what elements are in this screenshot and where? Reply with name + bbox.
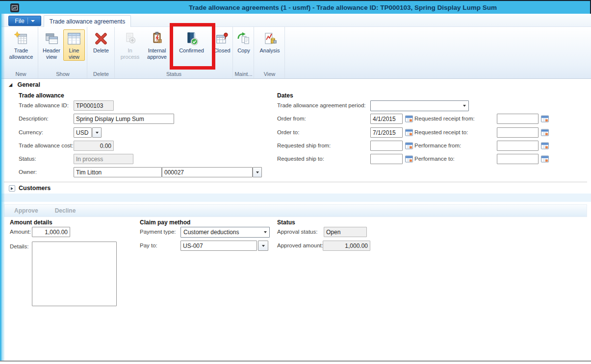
general-section-label: General	[17, 81, 40, 88]
payment-type-combo[interactable]: Customer deductions	[180, 227, 270, 238]
closed-icon	[214, 31, 230, 47]
performance-to-calendar-icon[interactable]	[541, 155, 549, 163]
details-textarea[interactable]	[32, 242, 117, 306]
order-to-calendar-icon[interactable]	[405, 129, 413, 136]
analysis-button[interactable]: Analysis	[258, 29, 281, 54]
currency-label: Currency:	[19, 129, 43, 135]
closed-button-label: Closed	[213, 48, 230, 54]
pay-to-field[interactable]	[180, 241, 257, 251]
currency-field[interactable]	[74, 127, 92, 138]
approve-button[interactable]: Approve	[14, 207, 38, 214]
trade-allowance-button-label: Trade allowance	[9, 48, 33, 60]
header-view-icon	[44, 31, 59, 47]
window-bottom-border	[0, 361, 591, 362]
window-left-border	[0, 14, 5, 361]
analysis-icon	[262, 31, 278, 47]
customers-section-band	[0, 194, 591, 202]
amount-label: Amount:	[10, 229, 31, 235]
file-menu-divider	[27, 18, 28, 24]
copy-button[interactable]: Copy	[235, 29, 253, 54]
approved-amount-field	[323, 241, 370, 251]
header-view-button-label: Header view	[41, 48, 62, 60]
requested-receipt-from-field[interactable]	[497, 114, 539, 124]
details-label: Details:	[10, 243, 28, 249]
internal-approve-button-label: Internal approve	[144, 48, 170, 60]
description-label: Description:	[19, 116, 49, 121]
performance-to-label: Performance to:	[414, 156, 455, 162]
order-to-field[interactable]	[370, 127, 403, 138]
performance-to-field[interactable]	[497, 154, 539, 164]
pay-to-dropdown-button[interactable]	[258, 241, 268, 251]
ribbon-group-new: Trade allowance New	[4, 27, 38, 78]
requested-ship-to-field[interactable]	[370, 154, 403, 164]
trade-allowance-cost-field	[74, 141, 114, 151]
description-field[interactable]	[74, 114, 174, 124]
owner-name-field[interactable]	[74, 167, 162, 177]
chevron-down-icon	[262, 245, 265, 247]
delete-button[interactable]: Delete	[90, 29, 112, 54]
pay-to-label: Pay to:	[140, 243, 157, 248]
ribbon-group-view-label: View	[255, 71, 284, 77]
chevron-down-icon	[96, 132, 99, 134]
in-process-button-label: In process	[119, 48, 141, 60]
order-from-label: Order from:	[277, 116, 306, 121]
ribbon-group-maintain-label: Maint...	[233, 71, 254, 77]
section-collapsed-icon[interactable]	[9, 185, 15, 192]
tab-trade-allowance-agreements[interactable]: Trade allowance agreements	[44, 15, 131, 27]
requested-ship-from-field[interactable]	[370, 141, 403, 151]
amount-details-heading: Amount details	[10, 219, 52, 226]
requested-ship-from-label: Requested ship from:	[277, 143, 331, 148]
general-section-header[interactable]: ◢ General	[9, 81, 40, 88]
file-menu-button[interactable]: File	[8, 16, 41, 26]
owner-code-field[interactable]	[162, 167, 253, 177]
requested-ship-from-calendar-icon[interactable]	[405, 142, 413, 149]
copy-button-label: Copy	[237, 48, 250, 54]
ribbon-group-delete: Delete Delete	[88, 27, 115, 78]
owner-label: Owner:	[19, 169, 37, 175]
ribbon-group-delete-label: Delete	[88, 71, 114, 77]
app-icon	[10, 3, 19, 12]
requested-receipt-to-label: Requested receipt to:	[414, 129, 468, 135]
section-divider	[4, 182, 587, 182]
requested-ship-to-calendar-icon[interactable]	[405, 155, 413, 163]
confirmed-highlight-annotation	[170, 23, 215, 70]
ribbon-group-status-label: Status	[115, 71, 232, 77]
ribbon-group-show-label: Show	[39, 71, 87, 77]
requested-receipt-from-label: Requested receipt from:	[414, 116, 475, 121]
payment-type-value: Customer deductions	[181, 229, 261, 236]
requested-ship-to-label: Requested ship to:	[277, 156, 324, 162]
line-view-button[interactable]: Line view	[63, 29, 85, 61]
analysis-button-label: Analysis	[260, 48, 280, 54]
agreement-period-label: Trade allowance agreement period:	[277, 102, 366, 108]
order-from-calendar-icon[interactable]	[405, 115, 413, 122]
delete-icon	[93, 31, 109, 47]
ribbon: Trade allowance New Header view Line vie…	[0, 27, 591, 79]
internal-approve-button[interactable]: Internal approve	[143, 29, 171, 61]
payment-type-label: Payment type:	[140, 229, 176, 235]
trade-allowance-id-label: Trade allowance ID:	[19, 102, 69, 108]
copy-icon	[236, 31, 252, 47]
requested-receipt-to-field[interactable]	[497, 127, 539, 138]
status-label: Status:	[19, 156, 36, 162]
chevron-down-icon[interactable]	[261, 227, 269, 237]
trade-allowance-button[interactable]: Trade allowance	[8, 29, 34, 61]
chevron-down-icon[interactable]	[460, 101, 468, 111]
order-from-field[interactable]	[370, 114, 403, 124]
requested-receipt-to-calendar-icon[interactable]	[541, 129, 549, 136]
in-process-button[interactable]: In process	[118, 29, 142, 61]
owner-dropdown-button[interactable]	[253, 167, 262, 177]
agreement-period-combo[interactable]	[370, 100, 469, 111]
status-field	[74, 154, 133, 164]
currency-dropdown-button[interactable]	[92, 127, 102, 138]
delete-button-label: Delete	[93, 48, 109, 54]
dates-subheading: Dates	[277, 92, 293, 99]
performance-from-calendar-icon[interactable]	[541, 142, 549, 149]
decline-button[interactable]: Decline	[55, 207, 76, 214]
requested-receipt-from-calendar-icon[interactable]	[541, 115, 549, 122]
amount-field[interactable]	[32, 227, 70, 237]
line-status-heading: Status	[277, 219, 295, 226]
header-view-button[interactable]: Header view	[41, 29, 62, 61]
in-process-icon	[122, 31, 138, 47]
customers-section-header[interactable]: Customers	[19, 185, 51, 192]
performance-from-field[interactable]	[497, 141, 539, 151]
